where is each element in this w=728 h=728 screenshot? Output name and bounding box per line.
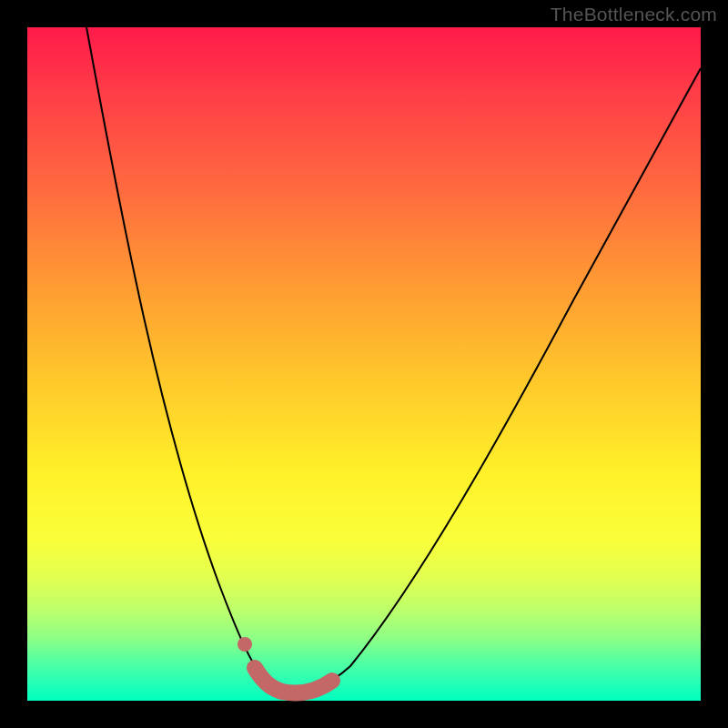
bottleneck-curve — [86, 27, 701, 690]
bottom-marker — [255, 668, 332, 693]
chart-plot-area — [27, 27, 701, 701]
watermark-text: TheBottleneck.com — [551, 4, 717, 25]
left-dot — [238, 637, 252, 652]
chart-svg — [27, 27, 701, 701]
